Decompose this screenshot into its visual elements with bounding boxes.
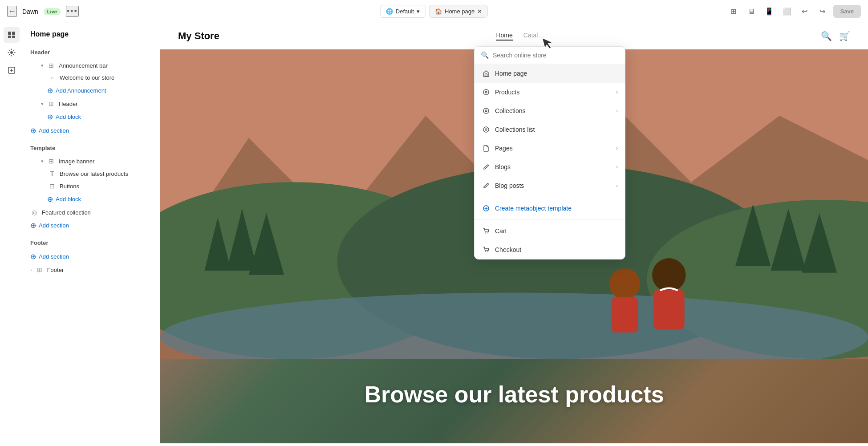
globe-icon: 🌐	[386, 8, 393, 15]
fullscreen-button[interactable]: ⬜	[780, 4, 794, 19]
search-nav-icon[interactable]: 🔍	[821, 31, 832, 41]
browse-products-item[interactable]: T Browse our latest products	[23, 167, 160, 180]
dropdown-item-create-metaobject[interactable]: Create metaobject template	[475, 199, 625, 218]
mobile-view-button[interactable]: 📱	[762, 4, 776, 19]
hero-title: Browse our latest products	[364, 381, 664, 408]
live-badge: Live	[44, 8, 61, 15]
preview-area: My Store Home Catal… 🔍 🛒	[160, 23, 868, 446]
header-item[interactable]: ▾ ⊞ Header	[23, 97, 160, 110]
block-icon: ○	[48, 75, 56, 81]
header-section-label: Header	[23, 45, 160, 59]
expand-chevron: ▾	[41, 63, 44, 69]
add-icon: ⊕	[47, 113, 53, 121]
nav-catalog[interactable]: Catal…	[523, 32, 544, 41]
theme-settings-icon-button[interactable]	[4, 45, 20, 61]
store-logo: My Store	[178, 30, 219, 42]
dropdown-item-pages[interactable]: Pages ›	[475, 139, 625, 158]
add-icon: ⊕	[30, 126, 36, 135]
svg-point-18	[609, 268, 641, 300]
add-section-template-button[interactable]: ⊕ Add section	[23, 219, 160, 232]
section-group-footer: Footer ⊕ Add section › ⊞ Footer	[23, 236, 160, 276]
footer-icon: ⊞	[36, 266, 44, 273]
close-page-icon: ✕	[477, 8, 482, 15]
announcement-bar-item[interactable]: ▾ ⊞ Announcement bar	[23, 59, 160, 72]
dropdown-label-collections-list: Collections list	[495, 126, 618, 133]
add-section-header-button[interactable]: ⊕ Add section	[23, 124, 160, 138]
blogs-icon	[482, 162, 491, 171]
svg-point-30	[485, 233, 486, 234]
redo-button[interactable]: ↪	[815, 4, 830, 19]
dropdown-item-products[interactable]: Products ›	[475, 83, 625, 101]
welcome-store-item[interactable]: ○ Welcome to our store	[23, 72, 160, 84]
section-icon: ⊞	[47, 100, 55, 107]
default-theme-button[interactable]: 🌐 Default ▾	[380, 5, 426, 18]
add-announcement-button[interactable]: ⊕ Add Announcement	[23, 84, 160, 97]
add-block-header-button[interactable]: ⊕ Add block	[23, 110, 160, 124]
add-icon: ⊕	[47, 195, 53, 203]
dropdown-item-collections-list[interactable]: Collections list	[475, 120, 625, 139]
add-section-footer-button[interactable]: ⊕ Add section	[23, 250, 160, 264]
svg-rect-0	[8, 32, 11, 35]
sections-icon-button[interactable]	[4, 27, 20, 43]
create-metaobject-icon	[482, 204, 491, 213]
buttons-item[interactable]: ⊡ Buttons	[23, 180, 160, 192]
collection-icon: ◎	[30, 209, 38, 216]
add-block-template-button[interactable]: ⊕ Add block	[23, 192, 160, 206]
main-layout: Home page Header ▾ ⊞ Announcement bar ○ …	[0, 23, 868, 446]
text-icon: T	[48, 170, 56, 177]
search-icon: 🔍	[481, 51, 489, 59]
sidebar-icons	[0, 23, 23, 446]
dropdown-item-cart[interactable]: Cart	[475, 222, 625, 240]
undo-button[interactable]: ↩	[798, 4, 812, 19]
dropdown-label-create-metaobject: Create metaobject template	[495, 205, 618, 212]
page-selector-dropdown: 🔍 Home page	[474, 46, 625, 259]
expand-chevron: ▾	[41, 101, 44, 107]
home-page-button[interactable]: 🏠 Home page ✕	[429, 5, 488, 18]
grid-view-button[interactable]: ⊞	[726, 4, 741, 19]
footer-item[interactable]: › ⊞ Footer	[23, 264, 160, 276]
section-group-template: Template ▾ ⊞ Image banner T Browse our l…	[23, 141, 160, 232]
buttons-icon: ⊡	[48, 182, 56, 190]
featured-collection-item[interactable]: ◎ Featured collection	[23, 206, 160, 219]
save-button[interactable]: Save	[833, 5, 861, 18]
svg-rect-19	[612, 297, 638, 333]
dropdown-label-cart: Cart	[495, 227, 618, 235]
nav-home[interactable]: Home	[496, 32, 512, 41]
app-blocks-icon-button[interactable]	[4, 62, 20, 78]
svg-point-28	[485, 129, 487, 130]
pages-icon	[482, 144, 491, 153]
arrow-icon: ›	[616, 89, 618, 95]
blog-posts-icon	[482, 181, 491, 190]
store-nav: My Store Home Catal… 🔍 🛒	[160, 23, 868, 49]
svg-rect-3	[12, 36, 15, 38]
dropdown-label-products: Products	[495, 89, 612, 96]
add-icon: ⊕	[30, 252, 36, 261]
svg-point-33	[487, 251, 488, 252]
svg-rect-2	[8, 36, 11, 38]
store-nav-links: Home Catal…	[496, 32, 544, 41]
svg-point-4	[10, 51, 13, 54]
dropdown-item-blogs[interactable]: Blogs ›	[475, 158, 625, 176]
arrow-icon: ›	[616, 145, 618, 151]
dropdown-item-home-page[interactable]: Home page	[475, 64, 625, 83]
section-group-header: Header ▾ ⊞ Announcement bar ○ Welcome to…	[23, 45, 160, 138]
svg-point-24	[485, 91, 487, 93]
svg-rect-1	[12, 32, 15, 35]
dropdown-item-blog-posts[interactable]: Blog posts ›	[475, 176, 625, 195]
dropdown-label-home-page: Home page	[495, 70, 618, 77]
dropdown-item-collections[interactable]: Collections ›	[475, 101, 625, 120]
dropdown-divider	[475, 197, 625, 197]
image-banner-item[interactable]: ▾ ⊞ Image banner	[23, 155, 160, 167]
checkout-icon	[482, 245, 491, 254]
dropdown-item-checkout[interactable]: Checkout	[475, 240, 625, 259]
more-button[interactable]: •••	[66, 6, 79, 17]
back-button[interactable]: ←	[7, 6, 17, 17]
desktop-view-button[interactable]: 🖥	[744, 4, 758, 19]
svg-rect-22	[485, 74, 487, 76]
sidebar-panel: Home page Header ▾ ⊞ Announcement bar ○ …	[23, 23, 160, 446]
template-section-label: Template	[23, 141, 160, 155]
hero-text: Browse our latest products	[364, 381, 664, 408]
search-online-store-input[interactable]	[493, 52, 619, 59]
cart-nav-icon[interactable]: 🛒	[839, 31, 850, 41]
section-icon: ⊞	[47, 62, 55, 69]
